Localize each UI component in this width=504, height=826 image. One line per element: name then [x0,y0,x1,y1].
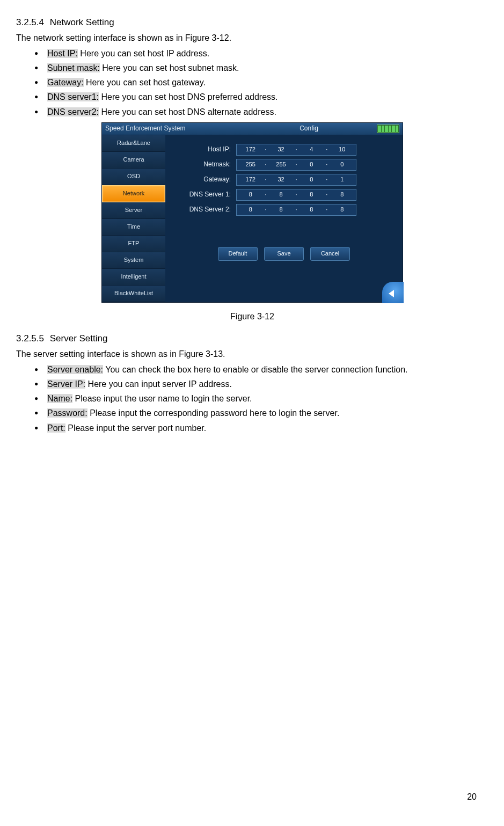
list-item: Gateway: Here you can set host gateway. [34,76,488,89]
list-item: Server IP: Here you can input server IP … [34,378,488,390]
term-server-enable: Server enable: [47,365,103,374]
list-item: Password: Please input the corresponding… [34,407,488,419]
list-item: Subnet mask: Here you can set host subne… [34,62,488,74]
heading-server-setting: 3.2.5.5 Server Setting [16,332,488,346]
desc: Here you can set host gateway. [84,78,206,87]
ss-titlebar: Speed Enforcement System Config [102,123,403,135]
ip-octet[interactable]: 8 [334,206,350,214]
term-name: Name: [47,394,72,403]
ip-octet[interactable]: 8 [273,191,289,199]
term-server-ip: Server IP: [47,379,85,389]
embedded-screenshot: Speed Enforcement System Config Radar&La… [101,122,403,303]
desc: Here you can input server IP address. [85,379,232,389]
ip-octet[interactable]: 10 [334,145,350,154]
desc: Here you can set host IP address. [78,49,209,58]
ip-octet[interactable]: 1 [334,176,350,184]
input-netmask[interactable]: 255· 255· 0· 0 [236,159,356,171]
label-gateway: Gateway: [172,175,236,184]
desc: Please input the user name to login the … [72,394,252,403]
desc: Please input the server port number. [65,423,206,433]
term-host-ip: Host IP: [47,49,78,58]
sidebar-item-network[interactable]: Network [102,185,165,202]
sidebar-item-radar-lane[interactable]: Radar&Lane [102,135,165,152]
ip-octet[interactable]: 0 [334,160,350,169]
ss-sidebar: Radar&Lane Camera OSD Network Server Tim… [102,135,165,302]
term-subnet-mask: Subnet mask: [47,63,100,72]
label-netmask: Netmask: [172,160,236,169]
sidebar-item-ftp[interactable]: FTP [102,236,165,252]
default-button[interactable]: Default [218,247,258,261]
list-item: DNS server1: Here you can set host DNS p… [34,91,488,103]
ip-octet[interactable]: 32 [273,145,289,154]
ip-octet[interactable]: 8 [303,206,319,214]
term-dns2: DNS server2: [47,107,99,116]
list-item: Host IP: Here you can set host IP addres… [34,47,488,60]
input-host-ip[interactable]: 172· 32· 4· 10 [236,144,356,156]
page-number: 20 [467,791,477,803]
label-host-ip: Host IP: [172,145,236,154]
ip-octet[interactable]: 172 [243,145,259,154]
ip-octet[interactable]: 0 [303,176,319,184]
term-dns1: DNS server1: [47,92,99,101]
ip-octet[interactable]: 255 [273,160,289,169]
ip-octet[interactable]: 8 [243,206,259,214]
ss-app-title: Speed Enforcement System [105,124,241,133]
save-button[interactable]: Save [264,247,304,261]
sidebar-item-intelligent[interactable]: Intelligent [102,269,165,286]
ip-octet[interactable]: 8 [334,191,350,199]
desc: Please input the corresponding password … [87,408,340,418]
desc: Here you can set host DNS alternate addr… [99,107,276,116]
network-intro: The network setting interface is shown a… [16,32,488,44]
input-dns1[interactable]: 8· 8· 8· 8 [236,189,356,201]
input-gateway[interactable]: 172· 32· 0· 1 [236,174,356,186]
ip-octet[interactable]: 172 [243,176,259,184]
ss-tab-config[interactable]: Config [241,124,377,133]
desc: You can check the box here to enable or … [103,365,408,374]
heading-title: Server Setting [50,333,108,343]
ip-octet[interactable]: 4 [303,145,319,154]
ip-octet[interactable]: 8 [273,206,289,214]
ip-octet[interactable]: 32 [273,176,289,184]
server-intro: The server setting interface is shown as… [16,348,488,360]
list-item: DNS server2: Here you can set host DNS a… [34,106,488,118]
list-item: Port: Please input the server port numbe… [34,422,488,434]
heading-network-setting: 3.2.5.4 Network Setting [16,16,488,30]
sidebar-item-camera[interactable]: Camera [102,152,165,169]
desc: Here you can set host subnet mask. [100,63,239,72]
input-dns2[interactable]: 8· 8· 8· 8 [236,204,356,216]
cancel-button[interactable]: Cancel [310,247,350,261]
ip-octet[interactable]: 8 [303,191,319,199]
label-dns1: DNS Server 1: [172,190,236,199]
list-item: Server enable: You can check the box her… [34,363,488,376]
ip-octet[interactable]: 255 [243,160,259,169]
ip-octet[interactable]: 0 [303,160,319,169]
term-password: Password: [47,408,87,418]
heading-title: Network Setting [50,17,114,27]
term-gateway: Gateway: [47,78,84,87]
list-item: Name: Please input the user name to logi… [34,392,488,405]
figure-caption: Figure 3-12 [16,310,488,323]
server-bullet-list: Server enable: You can check the box her… [16,363,488,434]
sidebar-item-server[interactable]: Server [102,202,165,219]
heading-number: 3.2.5.5 [16,333,44,343]
ss-main-panel: Host IP: 172· 32· 4· 10 Netmask: 255· 25… [165,135,403,302]
sidebar-item-blackwhitelist[interactable]: BlackWhiteList [102,286,165,302]
desc: Here you can set host DNS preferred addr… [99,92,278,101]
label-dns2: DNS Server 2: [172,205,236,214]
battery-icon [377,125,399,133]
sidebar-item-osd[interactable]: OSD [102,169,165,185]
network-bullet-list: Host IP: Here you can set host IP addres… [16,47,488,118]
term-port: Port: [47,423,65,433]
sidebar-item-system[interactable]: System [102,252,165,269]
heading-number: 3.2.5.4 [16,17,44,27]
back-arrow-icon[interactable] [382,282,404,303]
sidebar-item-time[interactable]: Time [102,219,165,236]
ip-octet[interactable]: 8 [243,191,259,199]
